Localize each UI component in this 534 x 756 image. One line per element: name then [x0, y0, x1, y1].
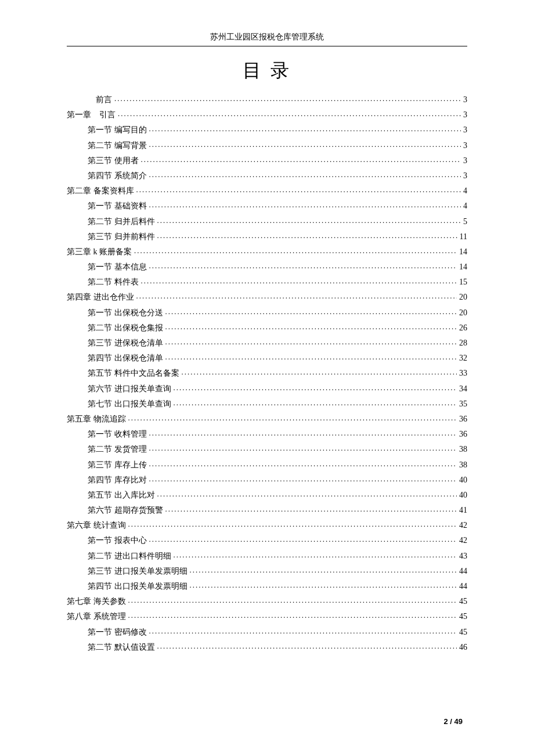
toc-heading: 目 录 [67, 58, 467, 84]
toc-entry[interactable]: 第三节 库存上传38 [67, 459, 467, 469]
toc-entry[interactable]: 第四节 库存比对40 [67, 474, 467, 484]
toc-entry[interactable]: 第一节 报表中心42 [67, 535, 467, 545]
toc-entry-page: 42 [459, 537, 467, 545]
toc-entry[interactable]: 第二节 默认值设置46 [67, 642, 467, 651]
toc-entry[interactable]: 第一节 收料管理36 [67, 429, 467, 438]
toc-entry-page: 45 [459, 613, 467, 621]
toc-leader-dots [165, 352, 457, 361]
toc-leader-dots [149, 459, 457, 467]
toc-entry[interactable]: 第三节 使用者3 [67, 155, 467, 165]
toc-entry-page: 38 [459, 445, 467, 453]
toc-entry-page: 42 [459, 521, 467, 530]
toc-entry-label: 第三节 进口报关单发票明细 [88, 567, 187, 575]
toc-entry-label: 第一节 收料管理 [88, 430, 147, 438]
toc-entry-label: 第七章 海关参数 [67, 597, 126, 606]
toc-entry[interactable]: 第一章 引言3 [67, 109, 467, 119]
toc-leader-dots [128, 596, 457, 604]
toc-entry[interactable]: 第四章 进出仓作业20 [67, 291, 467, 301]
toc-entry[interactable]: 第一节 基本信息14 [67, 261, 467, 271]
toc-leader-dots [149, 627, 457, 635]
toc-entry[interactable]: 第五章 物流追踪36 [67, 413, 467, 423]
toc-leader-dots [149, 429, 457, 437]
toc-entry-label: 第一章 引言 [67, 111, 116, 119]
toc-entry-label: 第四节 系统简介 [88, 172, 147, 180]
toc-entry-label: 第三节 进保税仓清单 [88, 339, 163, 347]
toc-entry-page: 3 [463, 142, 467, 150]
toc-leader-dots [149, 261, 457, 269]
toc-leader-dots [136, 185, 461, 193]
toc-leader-dots [149, 200, 461, 208]
toc-leader-dots [149, 474, 457, 483]
toc-entry-label: 第三节 使用者 [88, 157, 139, 165]
toc-entry-label: 第二节 料件表 [88, 278, 139, 286]
toc-entry[interactable]: 第七节 出口报关单查询35 [67, 398, 467, 408]
toc-entry-page: 44 [459, 582, 467, 591]
toc-entry[interactable]: 第二节 出保税仓集报26 [67, 322, 467, 332]
toc-entry[interactable]: 第一节 出保税仓分送20 [67, 307, 467, 317]
toc-entry[interactable]: 第六节 超期存货预警41 [67, 505, 467, 514]
toc-leader-dots [174, 398, 457, 406]
toc-leader-dots [190, 581, 457, 589]
toc-entry-label: 第二节 出保税仓集报 [88, 324, 163, 332]
toc-entry-page: 40 [459, 476, 467, 484]
toc-entry[interactable]: 前言3 [67, 94, 467, 104]
page-total: 49 [454, 717, 463, 726]
toc-entry-page: 26 [459, 324, 467, 332]
toc-entry[interactable]: 第五节 料件中文品名备案33 [67, 368, 467, 377]
toc-entry-label: 第五节 料件中文品名备案 [88, 369, 179, 377]
toc-entry-page: 14 [459, 248, 467, 256]
toc-entry[interactable]: 第二节 编写背景3 [67, 140, 467, 150]
table-of-contents: 前言3第一章 引言3第一节 编写目的3第二节 编写背景3第三节 使用者3第四节 … [67, 94, 467, 651]
toc-entry[interactable]: 第二章 备案资料库4 [67, 185, 467, 195]
toc-entry[interactable]: 第四节 系统简介3 [67, 170, 467, 180]
toc-entry-label: 第一节 出保税仓分送 [88, 309, 163, 317]
toc-leader-dots [128, 520, 457, 528]
toc-entry-label: 第六节 超期存货预警 [88, 506, 163, 514]
toc-entry[interactable]: 第二节 进出口料件明细43 [67, 550, 467, 560]
page-footer: 2 / 49 [443, 717, 463, 726]
toc-leader-dots [165, 337, 457, 345]
toc-leader-dots [149, 140, 461, 148]
toc-entry[interactable]: 第六节 进口报关单查询34 [67, 383, 467, 393]
toc-entry-page: 41 [459, 506, 467, 514]
toc-entry[interactable]: 第八章 系统管理45 [67, 611, 467, 621]
toc-entry[interactable]: 第三节 进保税仓清单28 [67, 337, 467, 347]
page-current: 2 [443, 717, 448, 726]
toc-entry-label: 第一节 密码修改 [88, 628, 147, 636]
toc-entry[interactable]: 第一节 编写目的3 [67, 124, 467, 134]
toc-leader-dots [174, 550, 457, 559]
toc-entry-page: 20 [459, 309, 467, 317]
toc-entry-page: 36 [459, 430, 467, 438]
toc-entry[interactable]: 第四节 出口报关单发票明细44 [67, 581, 467, 591]
toc-entry-page: 3 [463, 126, 467, 134]
toc-entry-page: 45 [459, 628, 467, 636]
toc-entry[interactable]: 第二节 发货管理38 [67, 444, 467, 453]
toc-entry-label: 第六章 统计查询 [67, 521, 126, 530]
toc-leader-dots [149, 170, 461, 178]
toc-entry-label: 第八章 系统管理 [67, 613, 126, 621]
toc-entry[interactable]: 第四节 出保税仓清单32 [67, 352, 467, 362]
toc-entry[interactable]: 第一节 基础资料4 [67, 200, 467, 210]
toc-entry[interactable]: 第二节 归并后料件5 [67, 216, 467, 226]
page-header-title: 苏州工业园区报税仓库管理系统 [67, 32, 467, 42]
toc-leader-dots [136, 291, 457, 300]
toc-entry[interactable]: 第六章 统计查询42 [67, 520, 467, 530]
toc-entry-label: 第二节 发货管理 [88, 445, 147, 453]
toc-entry[interactable]: 第三节 进口报关单发票明细44 [67, 566, 467, 575]
toc-entry-label: 前言 [96, 96, 112, 104]
toc-entry-label: 第五章 物流追踪 [67, 415, 126, 423]
toc-entry[interactable]: 第二节 料件表15 [67, 276, 467, 286]
toc-entry-page: 40 [459, 491, 467, 499]
toc-entry-page: 20 [459, 293, 467, 301]
toc-entry[interactable]: 第一节 密码修改45 [67, 627, 467, 636]
toc-entry[interactable]: 第五节 出入库比对40 [67, 489, 467, 499]
toc-entry-label: 第三章 k 账册备案 [67, 248, 132, 256]
toc-entry[interactable]: 第七章 海关参数45 [67, 596, 467, 606]
toc-entry-label: 第二节 编写背景 [88, 142, 147, 150]
toc-entry-label: 第一节 基本信息 [88, 263, 147, 271]
toc-entry[interactable]: 第三章 k 账册备案14 [67, 246, 467, 256]
toc-entry-page: 46 [459, 643, 467, 651]
toc-entry-page: 11 [460, 233, 467, 241]
toc-entry-label: 第五节 出入库比对 [88, 491, 155, 499]
toc-entry[interactable]: 第三节 归并前料件11 [67, 231, 467, 241]
